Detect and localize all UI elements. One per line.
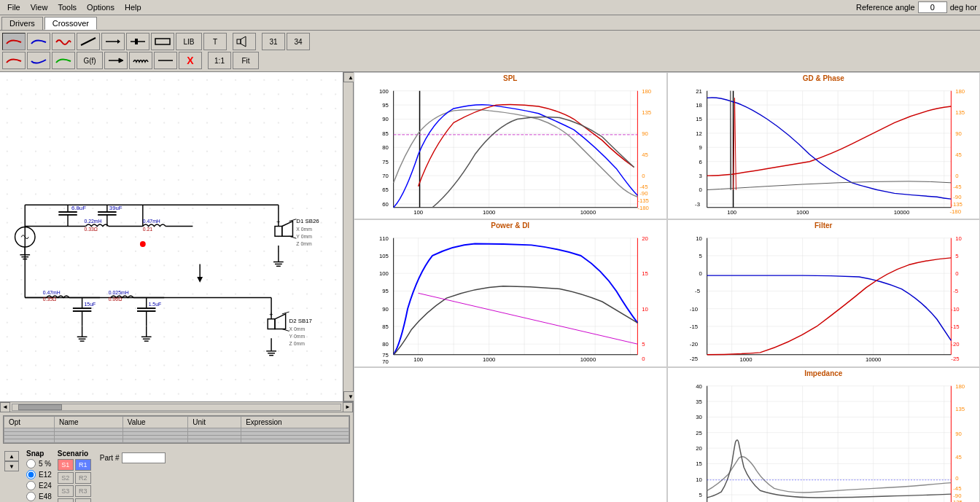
r1-button[interactable]: R1: [75, 459, 91, 471]
tool-fit[interactable]: Fit: [233, 52, 259, 69]
svg-text:90: 90: [382, 306, 389, 313]
menu-help[interactable]: Help: [120, 1, 146, 13]
scroll-left-btn[interactable]: ◄: [0, 402, 10, 412]
tool-redwavecurve[interactable]: [52, 33, 75, 50]
tool-coil[interactable]: [129, 52, 152, 69]
snap-label: Snap: [26, 450, 52, 458]
svg-text:-5: -5: [953, 289, 958, 295]
scroll-right-btn[interactable]: ►: [343, 402, 353, 412]
r4-button[interactable]: R4: [75, 498, 91, 502]
empty-chart: [354, 367, 667, 502]
snap-5pct[interactable]: 5 %: [26, 459, 52, 468]
tool-arrow-right2[interactable]: [104, 52, 128, 69]
svg-text:-20: -20: [951, 341, 959, 348]
menu-tools[interactable]: Tools: [53, 1, 81, 13]
svg-text:15uF: 15uF: [85, 302, 96, 307]
svg-rect-185: [362, 231, 658, 365]
tool-31[interactable]: 31: [262, 33, 285, 50]
s2-button[interactable]: S2: [58, 472, 74, 484]
svg-text:135: 135: [955, 405, 965, 412]
schematic-content: 6.8uF 39uF 0.22mH 0.33Ω: [0, 72, 343, 401]
tool-34[interactable]: 34: [287, 33, 310, 50]
r3-button[interactable]: R3: [75, 485, 91, 497]
svg-text:-135: -135: [951, 201, 962, 208]
snap-e24[interactable]: E24: [26, 481, 52, 490]
tab-crossover[interactable]: Crossover: [44, 17, 97, 30]
svg-text:180: 180: [955, 88, 965, 95]
scenario-group: Scenario S1 R1 S2 R2 S3 R3 S4: [58, 450, 91, 502]
svg-text:-135: -135: [951, 498, 962, 502]
tool-rect[interactable]: [151, 33, 174, 50]
tool-text[interactable]: T: [203, 33, 227, 50]
svg-text:-10: -10: [951, 306, 959, 313]
impedance-chart: Impedance: [667, 367, 981, 502]
scrollbar-horizontal[interactable]: ◄ ►: [0, 401, 353, 412]
menu-options[interactable]: Options: [82, 1, 119, 13]
tabbar: Drivers Crossover: [0, 15, 980, 31]
power-di-title: Power & DI: [354, 220, 666, 231]
tool-bluecurve[interactable]: [27, 33, 50, 50]
up-btn[interactable]: ▲: [4, 451, 19, 461]
svg-text:100: 100: [379, 270, 389, 277]
schematic-panel: 6.8uF 39uF 0.22mH 0.33Ω: [0, 72, 354, 502]
svg-text:45: 45: [955, 152, 962, 158]
col-unit: Unit: [188, 417, 241, 428]
tool-x[interactable]: X: [179, 52, 202, 69]
menu-file[interactable]: File: [3, 1, 25, 13]
svg-marker-11: [119, 58, 123, 63]
svg-text:-90: -90: [639, 190, 648, 197]
down-btn[interactable]: ▼: [4, 461, 19, 471]
s3-button[interactable]: S3: [58, 485, 74, 497]
r2-button[interactable]: R2: [75, 472, 91, 484]
svg-text:135: 135: [642, 109, 651, 116]
charts-panel: SPL: [354, 72, 980, 502]
tool-1to1[interactable]: 1:1: [208, 52, 231, 69]
impedance-inner: 40 35 30 25 20 15 10 5 0 180 135 90 45 0: [668, 379, 980, 502]
tool-line[interactable]: [77, 33, 100, 50]
snap-e12[interactable]: E12: [26, 470, 52, 479]
tool-lib[interactable]: LIB: [176, 33, 202, 50]
svg-text:0.025mH: 0.025mH: [109, 290, 129, 295]
svg-text:10: 10: [955, 235, 962, 242]
ref-angle-input[interactable]: [918, 1, 947, 13]
svg-marker-9: [241, 36, 246, 47]
svg-text:30: 30: [696, 414, 702, 420]
svg-text:-45: -45: [953, 184, 961, 190]
tool-capacitor[interactable]: [126, 33, 149, 50]
svg-text:10000: 10000: [580, 357, 596, 364]
tool-greencurve[interactable]: [52, 52, 75, 69]
s1-button[interactable]: S1: [58, 459, 74, 471]
tool-arrow-right[interactable]: [101, 33, 125, 50]
tool-gf[interactable]: G(f): [77, 52, 103, 69]
svg-point-42: [140, 241, 146, 247]
toolbar-row1: LIB T 31 34: [2, 33, 310, 50]
svg-rect-257: [675, 379, 972, 502]
menu-view[interactable]: View: [26, 1, 52, 13]
tab-drivers[interactable]: Drivers: [1, 17, 43, 30]
tool-arrow-h[interactable]: [154, 52, 177, 69]
svg-text:-10: -10: [689, 306, 697, 313]
tool-bluecurve2[interactable]: [27, 52, 50, 69]
svg-text:0.35Ω: 0.35Ω: [43, 297, 56, 302]
svg-text:0.47mH: 0.47mH: [143, 219, 160, 224]
scrollbar-vertical[interactable]: ▲ ▼: [343, 72, 353, 401]
s4-button[interactable]: S4: [58, 498, 74, 502]
col-name: Name: [54, 417, 122, 428]
snap-e48[interactable]: E48: [26, 492, 52, 501]
part-input[interactable]: [122, 452, 166, 463]
svg-text:70: 70: [382, 359, 389, 366]
toolbar: LIB T 31 34 G(f): [0, 31, 980, 72]
power-di-chart: Power & DI: [354, 219, 667, 366]
tool-redcurve[interactable]: [2, 33, 26, 50]
tool-redcurve2[interactable]: [2, 52, 26, 69]
svg-rect-221: [675, 231, 972, 365]
schematic-svg[interactable]: 6.8uF 39uF 0.22mH 0.33Ω: [0, 72, 343, 401]
power-di-inner: 110 105 100 95 90 85 80 75 70 20 15 10 5…: [354, 231, 666, 365]
scroll-thumb-h[interactable]: [18, 404, 62, 410]
svg-text:40: 40: [696, 383, 702, 389]
svg-text:10: 10: [696, 235, 702, 242]
svg-text:-45: -45: [953, 485, 961, 492]
svg-text:X 0mm: X 0mm: [296, 227, 312, 232]
svg-text:Y 0mm: Y 0mm: [289, 334, 306, 339]
tool-speaker[interactable]: [233, 33, 256, 50]
